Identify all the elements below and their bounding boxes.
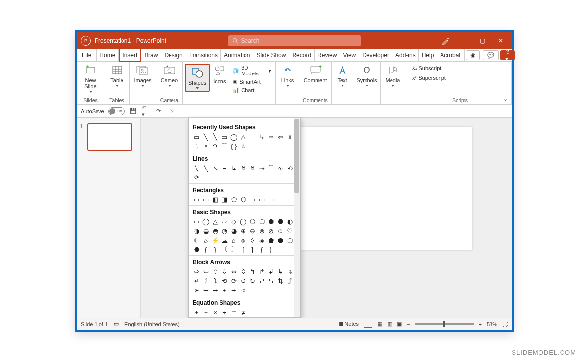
tab-help[interactable]: Help [419, 49, 438, 61]
images-button[interactable]: Images [132, 63, 153, 88]
shape-option[interactable]: 〕 [230, 245, 238, 253]
slide-thumbnail-1[interactable] [87, 123, 132, 151]
tab-view[interactable]: View [340, 49, 359, 61]
shape-option[interactable]: ☼ [202, 236, 210, 244]
shapes-panel-scrollbar[interactable] [294, 118, 300, 317]
shape-option[interactable]: ▭ [202, 195, 210, 203]
shape-option[interactable]: ⇧ [286, 133, 294, 141]
shape-option[interactable]: { } [230, 142, 238, 150]
shape-option[interactable]: ⊖ [248, 227, 256, 235]
symbols-button[interactable]: Ω Symbols [354, 63, 379, 88]
tab-animation[interactable]: Animation [221, 49, 253, 61]
shape-option[interactable]: ] [248, 245, 256, 253]
shape-option[interactable]: ▭ [267, 195, 275, 203]
shape-option[interactable]: ➦ [211, 286, 219, 294]
shape-option[interactable]: ＝ [230, 308, 238, 316]
shape-option[interactable]: ◈ [258, 236, 266, 244]
shape-option[interactable]: ⊗ [258, 227, 266, 235]
links-button[interactable]: Links [277, 63, 298, 88]
shape-option[interactable]: ◕ [230, 227, 238, 235]
shape-option[interactable]: ➤ [193, 286, 200, 294]
shape-option[interactable]: ▭ [193, 218, 200, 225]
subscript-button[interactable]: x₂Subscript [411, 63, 442, 73]
shape-option[interactable]: ⚡ [211, 236, 219, 244]
shape-option[interactable]: △ [239, 133, 247, 141]
shape-option[interactable]: ⟳ [193, 173, 200, 181]
superscript-button[interactable]: x²Superscript [411, 73, 447, 83]
shape-option[interactable]: ✧ [202, 142, 210, 150]
shape-option[interactable]: ➥ [202, 286, 210, 294]
shape-option[interactable]: ▱ [220, 218, 228, 225]
shape-option[interactable]: ↳ [230, 164, 238, 172]
zoom-out-button[interactable]: − [407, 321, 410, 327]
shape-option[interactable] [248, 142, 256, 150]
shape-option[interactable]: ↱ [258, 267, 266, 275]
shape-option[interactable]: ☾ [193, 236, 200, 244]
tab-acrobat[interactable]: Acrobat [437, 49, 464, 61]
shape-option[interactable]: ╲ [202, 133, 210, 141]
shape-option[interactable]: ⤳ [258, 164, 266, 172]
shape-option[interactable]: △ [211, 218, 219, 225]
tab-addins[interactable]: Add-ins [392, 49, 419, 61]
shape-option[interactable]: ◧ [211, 195, 219, 203]
shape-option[interactable]: ⇵ [286, 277, 294, 285]
shape-option[interactable]: ↵ [193, 277, 200, 285]
tab-design[interactable]: Design [161, 49, 186, 61]
autosave-toggle[interactable]: Off [108, 107, 125, 115]
tab-home[interactable]: Home [97, 49, 119, 61]
redo-icon[interactable]: ↷ [154, 107, 163, 116]
shape-option[interactable]: ⬣ [276, 218, 284, 225]
shape-option[interactable]: ⤴ [202, 277, 210, 285]
shape-option[interactable]: { [258, 245, 266, 253]
shape-option[interactable]: ◇ [230, 218, 238, 225]
shape-option[interactable]: ⇦ [276, 133, 284, 141]
shape-option[interactable]: ⇆ [267, 277, 275, 285]
shape-option[interactable]: ÷ [220, 308, 228, 316]
shape-option[interactable]: ▭ [258, 195, 266, 203]
shape-option[interactable]: ⬣ [193, 245, 200, 253]
shape-option[interactable]: 〔 [220, 245, 228, 253]
tab-transitions[interactable]: Transitions [186, 49, 221, 61]
media-button[interactable]: Media [382, 63, 404, 88]
drawing-pen-icon[interactable] [438, 36, 454, 45]
smartart-button[interactable]: ▣SmartArt [230, 77, 273, 86]
undo-icon[interactable]: ↶ ▾ [142, 107, 150, 116]
shape-option[interactable]: ≠ [239, 308, 247, 316]
shape-option[interactable]: ◑ [193, 227, 200, 235]
shape-option[interactable]: ⇨ [193, 267, 200, 275]
search-box[interactable]: Search [228, 35, 361, 46]
shape-option[interactable]: ↳ [258, 133, 266, 141]
shape-option[interactable]: ⬟ [267, 236, 275, 244]
shape-option[interactable]: ↻ [248, 277, 256, 285]
shape-option[interactable]: ⤵ [211, 277, 219, 285]
record-indicator-button[interactable]: ◉ [466, 50, 480, 60]
shape-option[interactable]: ⇅ [276, 277, 284, 285]
shape-option[interactable]: ↺ [239, 277, 247, 285]
save-icon[interactable]: 💾 [129, 107, 138, 116]
collapse-ribbon-icon[interactable]: ⌄ [503, 96, 508, 102]
shape-option[interactable]: ⇧ [211, 267, 219, 275]
shape-option[interactable]: ⟲ [286, 164, 294, 172]
shape-option[interactable]: ⇦ [202, 267, 210, 275]
table-button[interactable]: Table [106, 63, 128, 88]
shape-option[interactable]: ▭ [248, 195, 256, 203]
shape-option[interactable]: ↯ [248, 164, 256, 172]
shape-option[interactable]: ◯ [202, 218, 210, 225]
tab-developer[interactable]: Developer [359, 49, 392, 61]
shape-option[interactable]: ╲ [202, 164, 210, 172]
shape-option[interactable]: ⬢ [276, 236, 284, 244]
shape-option[interactable]: × [211, 308, 219, 316]
share-button[interactable]: ⇪ ▾ [500, 50, 515, 60]
shape-option[interactable]: ⇕ [239, 267, 247, 275]
shape-option[interactable]: ☁ [220, 236, 228, 244]
shape-option[interactable]: { [202, 245, 210, 253]
shape-option[interactable]: ⌒ [220, 142, 228, 150]
shape-option[interactable]: ☺ [276, 227, 284, 235]
shape-option[interactable]: ⬡ [258, 218, 266, 225]
shape-option[interactable]: ➧ [220, 286, 228, 294]
shape-option[interactable]: ▭ [220, 133, 228, 141]
tab-file[interactable]: File [77, 49, 97, 61]
shape-option[interactable]: ╲ [211, 133, 219, 141]
shape-option[interactable]: ➩ [239, 286, 247, 294]
shape-option[interactable]: ↯ [239, 164, 247, 172]
